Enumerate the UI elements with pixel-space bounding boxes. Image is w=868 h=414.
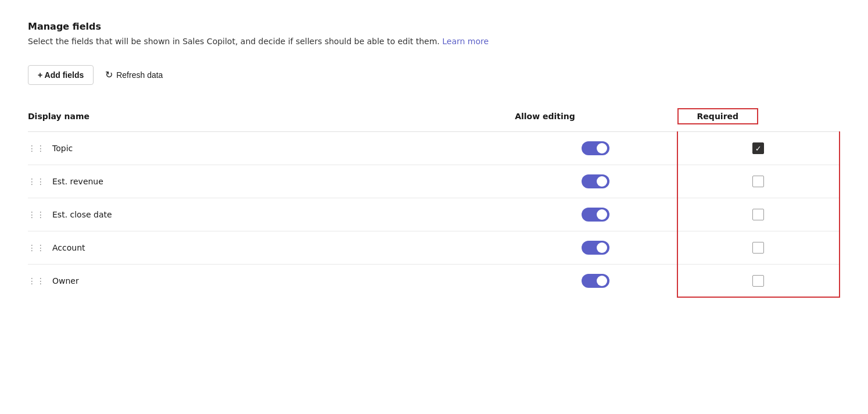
- page-container: Manage fields Select the fields that wil…: [0, 0, 868, 414]
- table-row: ⋮⋮ Owner: [28, 265, 840, 298]
- learn-more-link[interactable]: Learn more: [442, 37, 489, 46]
- allow-editing-toggle[interactable]: [582, 141, 609, 155]
- required-checkbox[interactable]: [752, 209, 764, 220]
- drag-handle-icon[interactable]: ⋮⋮: [28, 210, 52, 219]
- allow-editing-toggle[interactable]: [582, 241, 609, 255]
- field-name-label: Account: [52, 243, 85, 252]
- required-checkbox[interactable]: [752, 176, 764, 187]
- field-name-cell: ⋮⋮ Est. close date: [28, 198, 515, 231]
- allow-editing-cell: [515, 265, 677, 298]
- field-name-cell: ⋮⋮ Owner: [28, 265, 515, 298]
- table-body: ⋮⋮ Topic ⋮⋮ Est. revenue: [28, 132, 840, 298]
- required-cell: [677, 265, 840, 298]
- page-description: Select the fields that will be shown in …: [28, 37, 840, 46]
- drag-handle-icon[interactable]: ⋮⋮: [28, 276, 52, 285]
- required-checkbox[interactable]: [752, 142, 764, 154]
- field-name-cell: ⋮⋮ Est. revenue: [28, 165, 515, 198]
- allow-editing-toggle[interactable]: [582, 174, 609, 188]
- description-text: Select the fields that will be shown in …: [28, 37, 440, 46]
- field-name-label: Est. close date: [52, 210, 112, 219]
- required-cell: [677, 165, 840, 198]
- refresh-icon: ↻: [105, 69, 113, 80]
- field-name-label: Owner: [52, 276, 79, 285]
- fields-table: Display name Allow editing Required ⋮⋮ T…: [28, 104, 840, 298]
- add-fields-button[interactable]: + Add fields: [28, 65, 94, 85]
- add-fields-label: + Add fields: [38, 70, 84, 80]
- required-header-box: Required: [677, 108, 758, 124]
- table-row: ⋮⋮ Est. close date: [28, 198, 840, 231]
- drag-handle-icon[interactable]: ⋮⋮: [28, 144, 52, 153]
- allow-editing-cell: [515, 198, 677, 231]
- table-header: Display name Allow editing Required: [28, 104, 840, 132]
- required-cell: [677, 198, 840, 231]
- field-name-cell: ⋮⋮ Topic: [28, 132, 515, 165]
- refresh-data-button[interactable]: ↻ Refresh data: [98, 65, 170, 85]
- required-cell: [677, 231, 840, 265]
- allow-editing-cell: [515, 132, 677, 165]
- drag-handle-icon[interactable]: ⋮⋮: [28, 177, 52, 186]
- required-cell: [677, 132, 840, 165]
- allow-editing-toggle[interactable]: [582, 208, 609, 222]
- table-row: ⋮⋮ Account: [28, 231, 840, 265]
- table-row: ⋮⋮ Topic: [28, 132, 840, 165]
- table-row: ⋮⋮ Est. revenue: [28, 165, 840, 198]
- col-header-allow-editing: Allow editing: [515, 104, 677, 132]
- allow-editing-cell: [515, 231, 677, 265]
- toolbar: + Add fields ↻ Refresh data: [28, 65, 840, 85]
- required-checkbox[interactable]: [752, 242, 764, 254]
- refresh-label: Refresh data: [116, 70, 163, 80]
- required-checkbox[interactable]: [752, 275, 764, 287]
- field-name-label: Est. revenue: [52, 177, 103, 186]
- allow-editing-cell: [515, 165, 677, 198]
- col-header-display-name: Display name: [28, 104, 515, 132]
- col-header-required: Required: [677, 104, 840, 132]
- field-name-label: Topic: [52, 144, 73, 153]
- page-title: Manage fields: [28, 21, 840, 32]
- drag-handle-icon[interactable]: ⋮⋮: [28, 243, 52, 252]
- field-name-cell: ⋮⋮ Account: [28, 231, 515, 265]
- allow-editing-toggle[interactable]: [582, 274, 609, 288]
